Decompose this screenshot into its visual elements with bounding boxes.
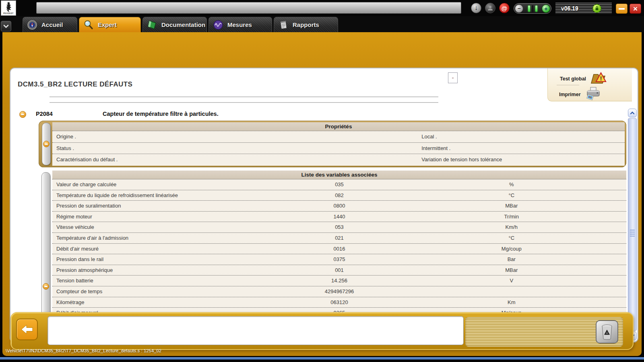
property-label: Caractérisation du défaut . (56, 154, 118, 166)
printer-icon (585, 87, 603, 102)
bottom-bar (10, 312, 634, 350)
variable-row: Température d'air à l'admission021°C (52, 233, 626, 244)
variable-label: Régime moteur (52, 212, 282, 222)
close-button[interactable]: × (630, 4, 641, 14)
email-icon[interactable]: @ (499, 3, 510, 13)
test-global-label: Test global (560, 76, 586, 82)
volume-control[interactable]: − + (514, 3, 551, 14)
properties-table: Propriétés Origine .Local .Status .Inter… (52, 122, 625, 166)
tab-mesures[interactable]: Mesures (208, 17, 272, 32)
variable-value: 053 (282, 222, 396, 232)
properties-rows: Origine .Local .Status .Intermittent .Ca… (52, 131, 625, 166)
variable-value: 035 (282, 179, 396, 190)
user-icon[interactable] (485, 3, 495, 13)
collapse-fault-icon[interactable] (19, 111, 26, 118)
variable-value: 0016 (282, 244, 396, 254)
scrollbar-track[interactable] (628, 118, 637, 331)
property-row: Caractérisation du défaut .Variation de … (52, 154, 625, 166)
variable-label: Valeur de charge calculée (52, 179, 282, 190)
status-path: \Vehicle\T7\INJ\DCM35_BR2\T7_DCM35_BR2_L… (6, 348, 161, 353)
tab-rapports[interactable]: Rapports (274, 17, 338, 32)
tab-bar: Accueil Expert Documentation Mesures Rap… (0, 16, 644, 32)
striped-panel (465, 317, 623, 347)
variable-value: 4294967296 (282, 286, 396, 297)
variable-value: 001 (282, 265, 396, 276)
variable-row: Débit d'air mesuré0016Mg/coup (52, 244, 626, 255)
scrollbar-thumb[interactable] (630, 230, 635, 237)
variable-row: Valeur de charge calculée035% (52, 179, 626, 190)
fault-code: P2084 (36, 111, 53, 117)
tab-label: Documentation (161, 21, 205, 28)
variable-unit: MBar (397, 265, 626, 276)
title-blank-bar (36, 2, 461, 14)
variable-value: 0375 (282, 254, 396, 265)
divider (50, 102, 438, 103)
divider (50, 97, 438, 98)
property-label: Status . (56, 143, 74, 154)
variable-value: 14.256 (282, 276, 396, 286)
message-box (47, 316, 464, 345)
variable-value: 082 (282, 190, 396, 201)
version-panel: v06.19 (555, 3, 612, 14)
variable-label: Température d'air à l'admission (52, 233, 282, 243)
tab-documentation[interactable]: Documentation (142, 17, 207, 32)
volume-minus-button[interactable]: − (515, 4, 523, 13)
collapse-variables-icon[interactable] (43, 283, 49, 290)
tab-label: Mesures (227, 21, 252, 28)
back-button[interactable] (16, 319, 38, 340)
property-value: Intermittent . (421, 143, 450, 154)
variable-unit: Tr/min (397, 212, 626, 222)
book-icon (147, 20, 157, 30)
compass-icon (27, 20, 37, 30)
variable-value: 0800 (282, 201, 396, 211)
waveform-icon (213, 20, 223, 30)
volume-plus-button[interactable]: + (542, 4, 550, 13)
variables-header: Liste des variables associées (52, 171, 626, 179)
placeholder-box (448, 72, 458, 83)
collapse-properties-icon[interactable] (43, 141, 50, 147)
variable-label: Pression de suralimentation (52, 201, 282, 211)
variable-label: Pression atmosphérique (52, 265, 282, 276)
variable-label: Température du liquide de refroidissemen… (52, 190, 282, 201)
app-window: PEUGEOT ↓ @ − + v06.19 × (0, 0, 644, 362)
test-global-button[interactable]: Test global ! (560, 72, 607, 86)
tab-label: Accueil (41, 21, 63, 28)
scrollbar-up-button[interactable] (628, 109, 637, 117)
tab-label: Rapports (293, 21, 319, 28)
variable-unit: °C (397, 233, 626, 243)
variable-unit: Bar (397, 254, 626, 265)
trash-button[interactable] (596, 320, 618, 343)
minimize-button[interactable] (616, 4, 627, 14)
chevron-down-icon[interactable] (1, 21, 11, 31)
page-title: DCM3.5_BR2 LECTURE DÉFAUTS (18, 80, 132, 88)
variable-unit: Km/h (397, 222, 626, 232)
variable-label: Débit d'air mesuré (52, 244, 282, 254)
variable-row: Régime moteur1440Tr/min (52, 212, 626, 222)
variable-unit: MBar (397, 201, 626, 211)
action-panel: Test global ! Imprimer (547, 68, 632, 101)
titlebar: PEUGEOT ↓ @ − + v06.19 × (0, 0, 644, 16)
properties-section: Propriétés Origine .Local .Status .Inter… (39, 121, 626, 167)
property-row: Origine .Local . (52, 131, 625, 143)
variable-label: Compteur de temps (52, 286, 282, 297)
variable-label: Vitesse véhicule (52, 222, 282, 232)
variable-label: Kilométrage (52, 297, 282, 308)
tab-accueil[interactable]: Accueil (23, 17, 77, 32)
property-label: Origine . (56, 131, 76, 143)
tab-expert[interactable]: Expert (79, 17, 141, 32)
print-button[interactable]: Imprimer (559, 87, 603, 102)
variable-unit: % (397, 179, 626, 190)
content-panel: DCM3.5_BR2 LECTURE DÉFAUTS Test global !… (10, 68, 638, 343)
download-icon[interactable]: ↓ (471, 3, 481, 13)
variable-row: Température du liquide de refroidissemen… (52, 190, 626, 201)
variable-row: Vitesse véhicule053Km/h (52, 222, 626, 233)
fault-description: Capteur de température filtre à particul… (103, 111, 219, 117)
property-value: Variation de tension hors tolérance (421, 154, 502, 166)
peugeot-logo: PEUGEOT (1, 0, 16, 16)
lock-icon (592, 4, 601, 13)
variable-label: Pression dans le rail (52, 254, 282, 265)
variable-value: 021 (282, 233, 396, 243)
variable-row: Kilométrage063120Km (52, 297, 626, 308)
print-label: Imprimer (559, 92, 581, 97)
variable-row: Tension batterie14.256V (52, 276, 626, 286)
